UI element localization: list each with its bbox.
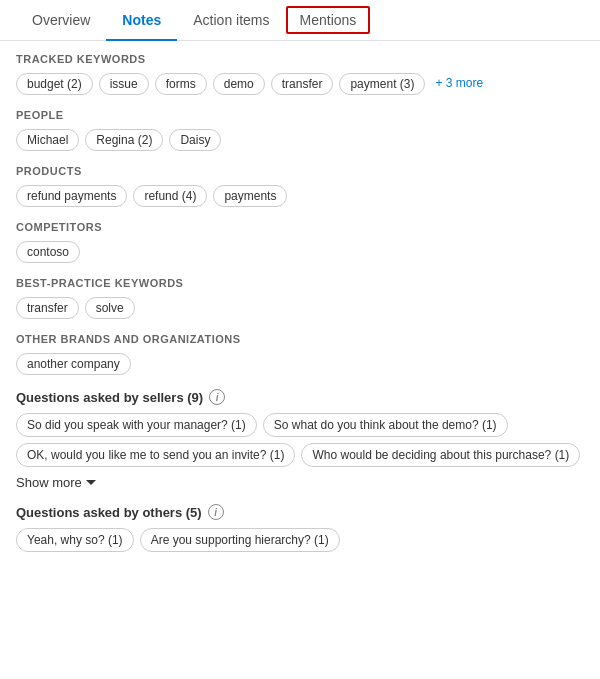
tabs-bar: Overview Notes Action items Mentions	[0, 0, 600, 41]
tag-budget[interactable]: budget (2)	[16, 73, 93, 95]
section-title-other-brands: OTHER BRANDS AND ORGANIZATIONS	[16, 333, 584, 345]
tag-transfer-bp[interactable]: transfer	[16, 297, 79, 319]
tag-transfer[interactable]: transfer	[271, 73, 334, 95]
questions-others-title: Questions asked by others (5) i	[16, 504, 584, 520]
tag-more[interactable]: + 3 more	[431, 73, 487, 95]
question-tag-hierarchy[interactable]: Are you supporting hierarchy? (1)	[140, 528, 340, 552]
tag-issue[interactable]: issue	[99, 73, 149, 95]
tag-michael[interactable]: Michael	[16, 129, 79, 151]
tag-payments[interactable]: payments	[213, 185, 287, 207]
section-title-best-practice: BEST-PRACTICE KEYWORDS	[16, 277, 584, 289]
section-questions-others: Questions asked by others (5) i Yeah, wh…	[16, 504, 584, 552]
section-tracked-keywords: TRACKED KEYWORDS budget (2) issue forms …	[16, 53, 584, 95]
question-tag-why-so[interactable]: Yeah, why so? (1)	[16, 528, 134, 552]
other-brands-tags: another company	[16, 353, 584, 375]
section-title-people: PEOPLE	[16, 109, 584, 121]
best-practice-tags: transfer solve	[16, 297, 584, 319]
section-best-practice: BEST-PRACTICE KEYWORDS transfer solve	[16, 277, 584, 319]
tag-demo[interactable]: demo	[213, 73, 265, 95]
tab-mentions[interactable]: Mentions	[286, 6, 371, 34]
tab-notes[interactable]: Notes	[106, 0, 177, 40]
tag-forms[interactable]: forms	[155, 73, 207, 95]
question-tag-invite[interactable]: OK, would you like me to send you an inv…	[16, 443, 295, 467]
competitors-tags: contoso	[16, 241, 584, 263]
questions-others-info-icon[interactable]: i	[208, 504, 224, 520]
main-content: TRACKED KEYWORDS budget (2) issue forms …	[0, 41, 600, 578]
section-title-competitors: COMPETITORS	[16, 221, 584, 233]
people-tags: Michael Regina (2) Daisy	[16, 129, 584, 151]
question-tag-deciding[interactable]: Who would be deciding about this purchas…	[301, 443, 580, 467]
chevron-down-icon	[86, 480, 96, 485]
section-title-tracked-keywords: TRACKED KEYWORDS	[16, 53, 584, 65]
tag-refund-payments[interactable]: refund payments	[16, 185, 127, 207]
question-tag-manager[interactable]: So did you speak with your manager? (1)	[16, 413, 257, 437]
section-questions-sellers: Questions asked by sellers (9) i So did …	[16, 389, 584, 490]
tag-refund[interactable]: refund (4)	[133, 185, 207, 207]
question-tag-demo[interactable]: So what do you think about the demo? (1)	[263, 413, 508, 437]
questions-others-tags: Yeah, why so? (1) Are you supporting hie…	[16, 528, 584, 552]
tag-contoso[interactable]: contoso	[16, 241, 80, 263]
products-tags: refund payments refund (4) payments	[16, 185, 584, 207]
tag-solve[interactable]: solve	[85, 297, 135, 319]
questions-sellers-tags: So did you speak with your manager? (1) …	[16, 413, 584, 467]
tag-daisy[interactable]: Daisy	[169, 129, 221, 151]
tab-action-items[interactable]: Action items	[177, 0, 285, 40]
tracked-keywords-tags: budget (2) issue forms demo transfer pay…	[16, 73, 584, 95]
section-people: PEOPLE Michael Regina (2) Daisy	[16, 109, 584, 151]
questions-sellers-title: Questions asked by sellers (9) i	[16, 389, 584, 405]
section-title-products: PRODUCTS	[16, 165, 584, 177]
tag-payment[interactable]: payment (3)	[339, 73, 425, 95]
show-more-button[interactable]: Show more	[16, 475, 584, 490]
show-more-label: Show more	[16, 475, 82, 490]
section-products: PRODUCTS refund payments refund (4) paym…	[16, 165, 584, 207]
section-other-brands: OTHER BRANDS AND ORGANIZATIONS another c…	[16, 333, 584, 375]
tag-another-company[interactable]: another company	[16, 353, 131, 375]
tab-overview[interactable]: Overview	[16, 0, 106, 40]
section-competitors: COMPETITORS contoso	[16, 221, 584, 263]
tag-regina[interactable]: Regina (2)	[85, 129, 163, 151]
questions-sellers-info-icon[interactable]: i	[209, 389, 225, 405]
